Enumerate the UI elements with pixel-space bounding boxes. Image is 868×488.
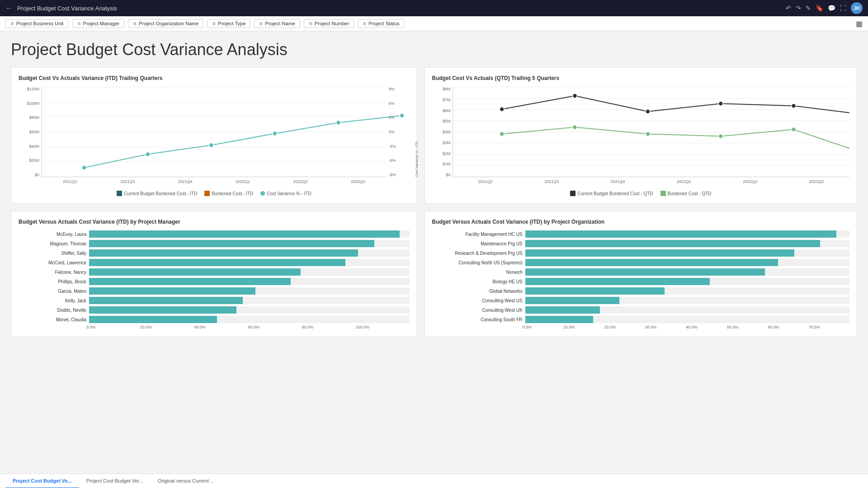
org-bar-row: Global Networks (432, 287, 849, 295)
pm-hbar-chart: McEvoy, Laura Magnum, Thomas Shiffer, Sa… (19, 230, 410, 323)
filter-project-business-unit[interactable]: ✲ Project Business Unit (5, 19, 69, 28)
filter-project-name[interactable]: ✲ Project Name (254, 19, 300, 28)
svg-point-12 (500, 131, 504, 136)
legend-orange-box (204, 191, 210, 196)
pm-bar-row: Garcia, Mateo (19, 287, 410, 295)
filter-project-org-name[interactable]: ✲ Project Organization Name (128, 19, 203, 28)
org-bar-fill (525, 249, 794, 257)
org-bar-track (525, 297, 849, 304)
svg-point-10 (791, 103, 796, 108)
pm-bar-label: Magnum, Thomas (19, 241, 86, 246)
top-charts-row: Budget Cost Vs Actuals Variance (ITD) Tr… (11, 67, 857, 204)
pm-bar-row: Falcone, Nancy (19, 268, 410, 276)
pm-bar-track (89, 240, 410, 247)
edit-icon[interactable]: ✎ (806, 5, 811, 12)
filter-bar-right: ▦ (856, 19, 863, 28)
svg-point-15 (718, 134, 723, 138)
share-icon[interactable]: ⛶ (840, 5, 846, 12)
org-bar-label: Consulting North US (Supremo) (432, 260, 523, 265)
pm-bar-fill (89, 240, 374, 247)
filter-chip-icon: ✲ (309, 21, 312, 26)
org-bar-row: Consulting West UK (432, 306, 849, 314)
qtd-line-svg (453, 87, 849, 177)
filter-all-icon[interactable]: ▦ (856, 20, 863, 28)
org-bar-row: Research & Development Prg US (432, 249, 849, 257)
pm-bar-fill (89, 268, 301, 276)
pm-bar-fill (89, 259, 345, 266)
pm-bar-label: Monet, Claudia (19, 317, 86, 322)
pm-bar-label: Shiffer, Sally (19, 251, 86, 256)
comment-icon[interactable]: 💬 (828, 5, 835, 12)
org-bar-fill (525, 259, 778, 266)
pm-bar-fill (89, 278, 291, 285)
bookmark-icon[interactable]: 🔖 (816, 5, 823, 12)
org-bar-fill (525, 230, 837, 238)
pm-bar-row: Kelly, Jack (19, 297, 410, 304)
pm-bar-fill (89, 249, 358, 257)
pm-bar-label: McEvoy, Laura (19, 232, 86, 237)
pm-bar-track (89, 316, 410, 323)
pm-bar-fill (89, 230, 400, 238)
org-bar-row: Facility Management HC US (432, 230, 849, 238)
org-bar-row: Consulting North US (Supremo) (432, 259, 849, 266)
back-button[interactable]: ← (5, 4, 13, 12)
pm-bar-row: Magnum, Thomas (19, 240, 410, 247)
avatar[interactable]: JH (851, 2, 863, 14)
itd-bar-chart-panel: Budget Cost Vs Actuals Variance (ITD) Tr… (11, 67, 417, 204)
filter-project-type[interactable]: ✲ Project Type (207, 19, 250, 28)
pm-bar-label: Dodds, Neville (19, 308, 86, 313)
org-bar-track (525, 259, 849, 266)
undo-icon[interactable]: ↶ (786, 5, 791, 12)
org-bar-fill (525, 278, 710, 285)
org-bar-row: Consulting South FR (432, 316, 849, 323)
itd-legend: Current Budget Burdened Cost - ITD Burde… (19, 191, 410, 196)
org-bar-row: Maintenance Prg US (432, 240, 849, 247)
filter-chip-icon: ✲ (212, 21, 216, 26)
svg-point-7 (572, 94, 577, 98)
org-bar-fill (525, 240, 821, 247)
filter-chip-icon: ✲ (133, 21, 137, 26)
pm-chart-title: Budget Versus Actuals Cost Variance (ITD… (19, 219, 410, 225)
org-bar-track (525, 287, 849, 295)
qtd-line-chart-panel: Budget Cost Vs Actuals (QTD) Trailing 5 … (425, 67, 857, 204)
main-content: Project Budget Cost Variance Analysis Bu… (0, 31, 868, 472)
org-chart-title: Budget Versus Actuals Cost Variance (ITD… (432, 219, 849, 225)
legend-green-box-qtd (660, 191, 666, 196)
org-bar-track (525, 240, 849, 247)
pm-bar-label: Falcone, Nancy (19, 270, 86, 275)
bottom-charts-row: Budget Versus Actuals Cost Variance (ITD… (11, 211, 857, 337)
org-bar-label: Norwich (432, 270, 523, 275)
org-bar-label: Maintenance Prg US (432, 241, 523, 246)
org-bar-label: Consulting South FR (432, 317, 523, 322)
org-bar-fill (525, 297, 619, 304)
org-hbar-chart-panel: Budget Versus Actuals Cost Variance (ITD… (425, 211, 857, 337)
filter-chip-icon: ✲ (77, 21, 81, 26)
org-bar-row: Norwich (432, 268, 849, 276)
svg-point-8 (645, 109, 650, 114)
filter-project-manager[interactable]: ✲ Project Manager (72, 19, 125, 28)
pm-bar-row: McEvoy, Laura (19, 230, 410, 238)
org-bar-label: Consulting West US (432, 298, 523, 303)
filter-project-status[interactable]: ✲ Project Status (358, 19, 404, 28)
redo-icon[interactable]: ↷ (796, 5, 801, 12)
filter-chip-icon: ✲ (259, 21, 263, 26)
org-bar-fill (525, 268, 765, 276)
org-bar-fill (525, 316, 594, 323)
org-bar-track (525, 230, 849, 238)
page-title: Project Budget Cost Variance Analysis (11, 40, 857, 59)
pm-bar-fill (89, 306, 236, 314)
svg-point-16 (791, 127, 796, 132)
legend-dark-box-qtd (570, 191, 576, 196)
org-bar-track (525, 249, 849, 257)
org-bar-track (525, 316, 849, 323)
filter-bar: ✲ Project Business Unit ✲ Project Manage… (0, 16, 868, 31)
org-bar-label: Biology HE US (432, 279, 523, 284)
filter-project-number[interactable]: ✲ Project Number (304, 19, 354, 28)
pm-bar-row: Phillips, Brock (19, 278, 410, 285)
pm-bar-fill (89, 297, 243, 304)
org-bar-track (525, 306, 849, 314)
pm-bar-row: Monet, Claudia (19, 316, 410, 323)
pm-bar-fill (89, 316, 217, 323)
pm-bar-fill (89, 287, 255, 295)
org-x-axis: 0.0% 10.0% 20.0% 30.0% 40.0% 50.0% 60.0%… (432, 325, 849, 329)
